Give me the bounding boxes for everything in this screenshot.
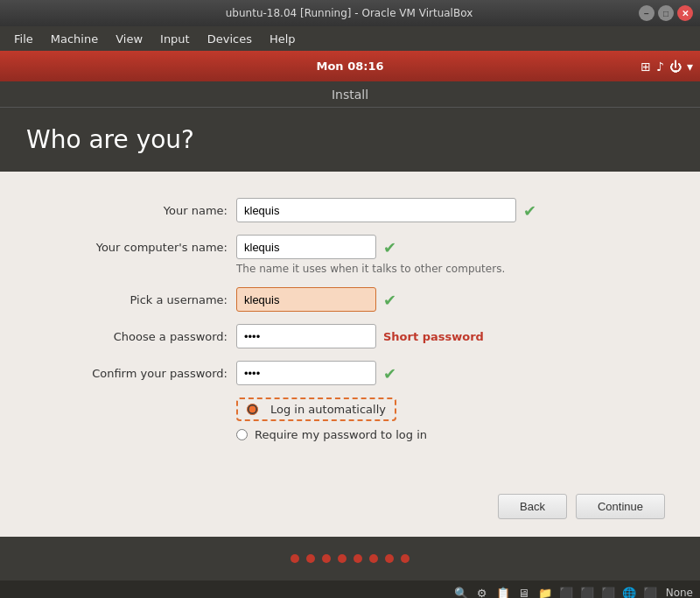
taskbar-icon-7[interactable]: ⬛ bbox=[578, 584, 596, 598]
taskbar-icon-4[interactable]: 🖥 bbox=[515, 584, 533, 598]
vm-toolbar: Mon 08:16 ⊞ ♪ ⏻ ▾ bbox=[0, 51, 700, 81]
progress-dot-3 bbox=[322, 554, 331, 563]
your-name-input[interactable] bbox=[236, 198, 516, 222]
taskbar-icon-6[interactable]: ⬛ bbox=[557, 584, 575, 598]
taskbar-icon-9[interactable]: 🌐 bbox=[620, 584, 638, 598]
vm-time: Mon 08:16 bbox=[316, 60, 383, 73]
progress-dot-2 bbox=[306, 554, 315, 563]
confirm-password-check-icon: ✔ bbox=[383, 364, 396, 383]
confirm-password-row: Confirm your password: ✔ bbox=[35, 361, 665, 385]
network-icon[interactable]: ⊞ bbox=[640, 60, 651, 74]
taskbar-icon-10[interactable]: ⬛ bbox=[641, 584, 659, 598]
form-area: Your name: ✔ Your computer's name: ✔ The… bbox=[0, 172, 700, 476]
progress-dot-1 bbox=[290, 554, 299, 563]
menu-devices[interactable]: Devices bbox=[200, 31, 259, 47]
progress-dot-7 bbox=[385, 554, 394, 563]
menu-input[interactable]: Input bbox=[153, 31, 197, 47]
progress-dot-5 bbox=[354, 554, 362, 563]
short-password-warning: Short password bbox=[383, 330, 484, 343]
computer-name-hint: The name it uses when it talks to other … bbox=[236, 263, 665, 275]
progress-dot-6 bbox=[369, 554, 378, 563]
username-row: Pick a username: ✔ bbox=[35, 287, 665, 312]
username-check-icon: ✔ bbox=[383, 291, 396, 309]
menu-machine[interactable]: Machine bbox=[44, 31, 105, 47]
computer-name-input[interactable] bbox=[236, 235, 376, 259]
login-options: Log in automatically Require my password… bbox=[236, 397, 665, 441]
your-name-row: Your name: ✔ bbox=[35, 198, 665, 222]
menu-file[interactable]: File bbox=[7, 31, 40, 47]
window-title: ubuntu-18.04 [Running] - Oracle VM Virtu… bbox=[60, 7, 639, 19]
menubar: File Machine View Input Devices Help bbox=[0, 26, 700, 51]
computer-name-check-icon: ✔ bbox=[383, 238, 396, 257]
close-button[interactable]: ✕ bbox=[677, 5, 693, 21]
button-row: Back Continue bbox=[0, 476, 700, 537]
confirm-password-input[interactable] bbox=[236, 361, 376, 385]
login-password-radio[interactable] bbox=[236, 429, 248, 440]
window-controls: − □ ✕ bbox=[639, 5, 693, 21]
taskbar-icon-8[interactable]: ⬛ bbox=[599, 584, 617, 598]
taskbar-none-label: None bbox=[666, 587, 693, 598]
continue-button[interactable]: Continue bbox=[576, 494, 665, 519]
computer-name-label: Your computer's name: bbox=[35, 241, 228, 254]
menu-view[interactable]: View bbox=[108, 31, 150, 47]
taskbar: 🔍 ⚙ 📋 🖥 📁 ⬛ ⬛ ⬛ 🌐 ⬛ None bbox=[0, 580, 700, 598]
power-icon[interactable]: ⏻ bbox=[669, 60, 682, 74]
login-auto-option[interactable]: Log in automatically bbox=[236, 397, 665, 421]
install-label: Install bbox=[332, 88, 368, 102]
progress-dot-8 bbox=[401, 554, 410, 563]
menu-help[interactable]: Help bbox=[262, 31, 303, 47]
minimize-button[interactable]: − bbox=[639, 5, 654, 21]
your-name-label: Your name: bbox=[35, 204, 228, 217]
login-auto-label: Log in automatically bbox=[270, 403, 386, 416]
password-row: Choose a password: Short password bbox=[35, 324, 665, 348]
login-password-option[interactable]: Require my password to log in bbox=[236, 428, 665, 441]
login-password-label: Require my password to log in bbox=[255, 428, 427, 441]
maximize-button[interactable]: □ bbox=[658, 5, 674, 21]
main-content: Who are you? Your name: ✔ Your computer'… bbox=[0, 108, 700, 537]
audio-icon[interactable]: ♪ bbox=[656, 60, 664, 74]
taskbar-icon-3[interactable]: 📋 bbox=[494, 584, 512, 598]
install-header: Install bbox=[0, 81, 700, 108]
progress-dots bbox=[0, 537, 700, 580]
chevron-down-icon[interactable]: ▾ bbox=[687, 60, 693, 74]
taskbar-icon-2[interactable]: ⚙ bbox=[473, 584, 491, 598]
page-heading: Who are you? bbox=[0, 108, 700, 172]
computer-name-row: Your computer's name: ✔ bbox=[35, 235, 665, 259]
vm-toolbar-icons: ⊞ ♪ ⏻ ▾ bbox=[640, 60, 693, 74]
back-button[interactable]: Back bbox=[498, 494, 567, 519]
login-auto-radio-box: Log in automatically bbox=[236, 397, 396, 421]
confirm-password-label: Confirm your password: bbox=[35, 367, 228, 380]
progress-dot-4 bbox=[338, 554, 346, 563]
your-name-check-icon: ✔ bbox=[523, 201, 536, 220]
password-label: Choose a password: bbox=[35, 330, 228, 343]
taskbar-icon-5[interactable]: 📁 bbox=[536, 584, 554, 598]
login-auto-radio[interactable] bbox=[247, 404, 258, 415]
username-input[interactable] bbox=[236, 287, 376, 312]
taskbar-icon-1[interactable]: 🔍 bbox=[452, 584, 470, 598]
username-label: Pick a username: bbox=[35, 293, 228, 306]
password-input[interactable] bbox=[236, 324, 376, 348]
titlebar: ubuntu-18.04 [Running] - Oracle VM Virtu… bbox=[0, 0, 700, 26]
